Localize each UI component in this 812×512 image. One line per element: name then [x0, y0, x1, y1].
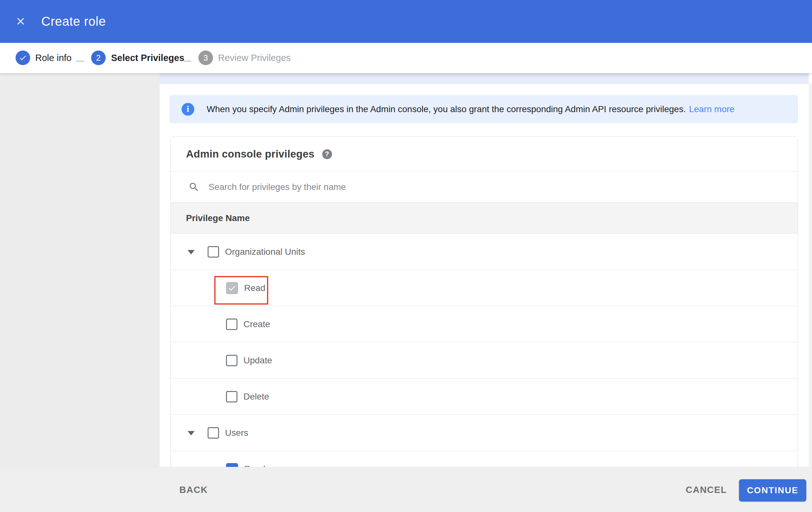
search-icon: [188, 181, 200, 193]
panel-header: Admin console privileges ?: [171, 137, 798, 172]
collapse-arrow-icon[interactable]: [187, 250, 195, 254]
app-bar: Create role: [0, 0, 812, 43]
dialog-title: Create role: [41, 0, 106, 43]
close-icon: [15, 16, 26, 27]
footer-bar: BACK CANCEL CONTINUE: [0, 467, 812, 512]
checkbox-organizational-units[interactable]: [208, 246, 219, 258]
privilege-label: Delete: [243, 392, 269, 402]
privilege-label: Users: [225, 428, 248, 438]
help-icon[interactable]: ?: [322, 149, 332, 159]
step-2-circle[interactable]: 2: [91, 51, 106, 65]
privilege-row-update: Update: [171, 342, 798, 379]
info-banner-text: When you specify Admin privileges in the…: [207, 104, 686, 114]
column-header-label: Privilege Name: [186, 213, 250, 223]
scrolled-banner-edge: [160, 73, 809, 84]
scrollbar-track[interactable]: [809, 84, 812, 467]
check-icon: [228, 465, 236, 467]
info-icon: i: [181, 103, 194, 116]
privilege-row-create: Create: [171, 306, 798, 342]
content-area: i When you specify Admin privileges in t…: [160, 73, 812, 467]
continue-button[interactable]: CONTINUE: [739, 479, 806, 502]
collapse-arrow-icon[interactable]: [187, 431, 195, 435]
checkbox-create[interactable]: [226, 319, 237, 330]
step-connector: [183, 61, 192, 62]
privilege-row-organizational-units: Organizational Units: [171, 234, 798, 270]
panel-title: Admin console privileges: [186, 148, 315, 160]
checkbox-users[interactable]: [208, 427, 219, 439]
privilege-row-users: Users: [171, 415, 798, 451]
checked-checkbox-read[interactable]: [226, 282, 238, 294]
step-connector: [76, 61, 84, 62]
privilege-label: Read: [244, 464, 265, 467]
step-2-label[interactable]: Select Privileges: [111, 43, 184, 73]
privilege-row-read: Read: [171, 451, 798, 467]
step-3-label[interactable]: Review Privileges: [218, 43, 291, 73]
cancel-button[interactable]: CANCEL: [681, 467, 731, 512]
column-header-row: Privilege Name: [171, 203, 798, 234]
create-role-dialog: Create role Role info 2 Select Privilege…: [0, 0, 812, 512]
info-banner: i When you specify Admin privileges in t…: [170, 95, 798, 123]
privilege-row-read: Read: [171, 270, 798, 306]
left-gutter: [0, 73, 160, 467]
checked-checkbox-read[interactable]: [226, 463, 238, 467]
stepper: Role info 2 Select Privileges 3 Review P…: [0, 43, 812, 73]
privileges-panel: Admin console privileges ? Privilege Nam…: [171, 136, 798, 467]
privilege-label: Read: [244, 283, 265, 293]
privilege-label: Organizational Units: [225, 247, 305, 257]
privilege-label: Create: [243, 319, 270, 329]
step-1-label[interactable]: Role info: [35, 43, 71, 73]
checkbox-delete[interactable]: [226, 391, 237, 402]
checkbox-update[interactable]: [226, 355, 237, 366]
check-icon: [19, 54, 27, 62]
learn-more-link[interactable]: Learn more: [689, 104, 734, 114]
back-button[interactable]: BACK: [175, 467, 212, 512]
step-3-circle[interactable]: 3: [198, 51, 213, 65]
search-input[interactable]: [208, 182, 798, 192]
step-1-circle[interactable]: [16, 51, 30, 65]
search-row: [171, 172, 798, 203]
privilege-row-delete: Delete: [171, 379, 798, 415]
privilege-label: Update: [243, 355, 272, 366]
close-button[interactable]: [14, 15, 27, 28]
privilege-rows: Organizational UnitsReadCreateUpdateDele…: [171, 234, 798, 467]
check-icon: [228, 284, 236, 293]
